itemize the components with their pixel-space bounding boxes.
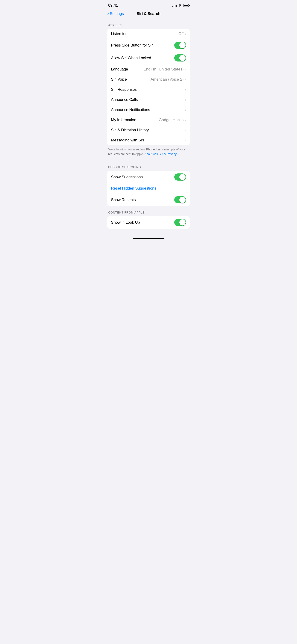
siri-responses-label: Siri Responses bbox=[111, 87, 137, 92]
reset-hidden-suggestions-row[interactable]: Reset Hidden Suggestions bbox=[107, 183, 190, 194]
wifi-icon bbox=[178, 4, 182, 7]
status-time: 09:41 bbox=[108, 3, 118, 8]
press-side-button-label: Press Side Button for Siri bbox=[111, 43, 154, 48]
siri-voice-value: American (Voice 2) › bbox=[150, 77, 186, 82]
ask-siri-privacy-link[interactable]: About Ask Siri & Privacy... bbox=[144, 152, 179, 156]
show-suggestions-label: Show Suggestions bbox=[111, 175, 143, 180]
siri-dictation-history-value: › bbox=[185, 128, 186, 132]
allow-when-locked-label: Allow Siri When Locked bbox=[111, 56, 151, 60]
language-value: English (United States) › bbox=[144, 67, 186, 72]
my-information-value: Gadget Hacks › bbox=[159, 118, 186, 122]
my-information-row[interactable]: My Information Gadget Hacks › bbox=[107, 115, 190, 125]
back-label: Settings bbox=[110, 12, 124, 16]
show-recents-label: Show Recents bbox=[111, 198, 136, 202]
chevron-icon: › bbox=[185, 88, 186, 92]
announce-notifications-row[interactable]: Announce Notifications › bbox=[107, 105, 190, 115]
before-searching-group: Show Suggestions Reset Hidden Suggestion… bbox=[107, 171, 190, 206]
home-indicator bbox=[133, 238, 164, 239]
toggle-knob bbox=[179, 174, 186, 180]
chevron-icon: › bbox=[185, 32, 186, 36]
ask-siri-group: Listen for Off › Press Side Button for S… bbox=[107, 29, 190, 145]
show-recents-toggle[interactable] bbox=[174, 196, 186, 204]
status-bar: 09:41 bbox=[104, 0, 194, 10]
listen-for-label: Listen for bbox=[111, 32, 127, 36]
listen-for-value: Off › bbox=[178, 32, 186, 36]
chevron-icon: › bbox=[185, 68, 186, 71]
status-icons bbox=[172, 4, 189, 7]
listen-for-row[interactable]: Listen for Off › bbox=[107, 29, 190, 39]
chevron-icon: › bbox=[185, 98, 186, 102]
messaging-with-siri-label: Messaging with Siri bbox=[111, 138, 144, 142]
press-side-button-toggle[interactable] bbox=[174, 42, 186, 49]
siri-voice-row[interactable]: Siri Voice American (Voice 2) › bbox=[107, 74, 190, 84]
siri-responses-value: › bbox=[185, 88, 186, 92]
press-side-button-row[interactable]: Press Side Button for Siri bbox=[107, 39, 190, 52]
content-from-apple-group: Show in Look Up bbox=[107, 216, 190, 229]
show-in-look-up-toggle[interactable] bbox=[174, 219, 186, 226]
signal-icon bbox=[172, 4, 176, 7]
show-suggestions-toggle[interactable] bbox=[174, 174, 186, 180]
announce-calls-row[interactable]: Announce Calls › bbox=[107, 95, 190, 105]
show-in-look-up-row[interactable]: Show in Look Up bbox=[107, 216, 190, 229]
reset-hidden-suggestions-label: Reset Hidden Suggestions bbox=[111, 186, 156, 191]
allow-when-locked-toggle[interactable] bbox=[174, 54, 186, 62]
back-chevron-icon: ‹ bbox=[107, 12, 109, 16]
ask-siri-footer: Voice input is processed on iPhone, but … bbox=[104, 145, 194, 161]
show-in-look-up-label: Show in Look Up bbox=[111, 220, 140, 225]
siri-dictation-history-row[interactable]: Siri & Dictation History › bbox=[107, 125, 190, 135]
toggle-knob bbox=[179, 197, 186, 203]
chevron-icon: › bbox=[185, 138, 186, 142]
allow-when-locked-row[interactable]: Allow Siri When Locked bbox=[107, 52, 190, 64]
announce-calls-label: Announce Calls bbox=[111, 98, 138, 102]
chevron-icon: › bbox=[185, 128, 186, 132]
siri-responses-row[interactable]: Siri Responses › bbox=[107, 84, 190, 95]
show-suggestions-row[interactable]: Show Suggestions bbox=[107, 171, 190, 183]
announce-notifications-label: Announce Notifications bbox=[111, 108, 150, 112]
siri-voice-label: Siri Voice bbox=[111, 77, 127, 82]
ask-siri-section-label: ASK SIRI bbox=[104, 19, 194, 29]
nav-header: ‹ Settings Siri & Search bbox=[104, 10, 194, 19]
toggle-knob bbox=[179, 55, 186, 61]
chevron-icon: › bbox=[185, 118, 186, 122]
page-title: Siri & Search bbox=[136, 12, 160, 16]
language-label: Language bbox=[111, 67, 128, 72]
announce-notifications-value: › bbox=[185, 108, 186, 112]
my-information-label: My Information bbox=[111, 118, 136, 122]
show-recents-row[interactable]: Show Recents bbox=[107, 194, 190, 206]
messaging-with-siri-value: › bbox=[185, 138, 186, 142]
toggle-knob bbox=[179, 219, 186, 226]
chevron-icon: › bbox=[185, 108, 186, 112]
siri-dictation-history-label: Siri & Dictation History bbox=[111, 128, 149, 132]
content-from-apple-section-label: CONTENT FROM APPLE bbox=[104, 206, 194, 216]
battery-icon bbox=[183, 4, 189, 7]
toggle-knob bbox=[179, 42, 186, 48]
chevron-icon: › bbox=[185, 78, 186, 81]
before-searching-section-label: BEFORE SEARCHING bbox=[104, 161, 194, 171]
home-indicator-area bbox=[104, 238, 194, 239]
announce-calls-value: › bbox=[185, 98, 186, 102]
back-button[interactable]: ‹ Settings bbox=[107, 12, 124, 16]
language-row[interactable]: Language English (United States) › bbox=[107, 64, 190, 74]
messaging-with-siri-row[interactable]: Messaging with Siri › bbox=[107, 135, 190, 145]
